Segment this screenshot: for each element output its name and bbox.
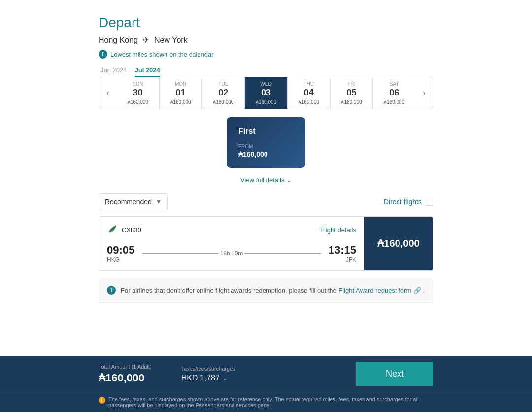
- flight-number: CX830: [122, 226, 141, 234]
- view-details-link[interactable]: View full details ⌄: [240, 176, 292, 184]
- cal-day-miles-0: ₳160,000: [119, 99, 157, 105]
- cal-day-miles-4: ₳160,000: [290, 99, 328, 105]
- cal-day-name-0: SUN: [119, 81, 157, 87]
- cal-day-miles-3: ₳160,000: [247, 99, 285, 105]
- line-left: [142, 253, 218, 254]
- flight-arrive: 13:15 JFK: [329, 244, 356, 263]
- calendar-next-button[interactable]: ›: [415, 77, 433, 109]
- calendar-day-5[interactable]: FRI 05 ₳160,000: [330, 77, 373, 109]
- bottom-amount-section: Total Amount (1 Adult) ₳160,000: [99, 364, 152, 372]
- cal-day-name-3: WED: [247, 81, 285, 87]
- bottom-miles: ₳160,000: [99, 372, 152, 372]
- class-card-container: First FROM ₳160,000: [99, 117, 433, 168]
- class-card-from-label: FROM: [238, 144, 294, 149]
- award-notice-text: For airlines that don't offer online fli…: [121, 286, 425, 296]
- cal-day-num-1: 01: [162, 88, 200, 98]
- flight-depart: 09:05 HKG: [107, 244, 134, 263]
- month-tab-jun[interactable]: Jun 2024: [100, 66, 127, 77]
- airline-icon: [107, 223, 118, 237]
- cal-day-name-5: FRI: [332, 81, 371, 87]
- route-bar: Hong Kong ✈ New York: [99, 35, 433, 45]
- route-to: New York: [154, 36, 188, 45]
- flight-details-link[interactable]: Flight details: [320, 226, 356, 234]
- route-from: Hong Kong: [99, 36, 138, 45]
- flight-duration: 16h 10m: [134, 250, 328, 257]
- sort-dropdown[interactable]: Recommended ▼: [99, 193, 168, 210]
- calendar-nav: ‹ SUN 30 ₳160,000 MON 01 ₳160,000 TUE 02…: [99, 77, 433, 109]
- bottom-bar: Total Amount (1 Adult) ₳160,000 Taxes/fe…: [0, 356, 532, 372]
- view-details-container: View full details ⌄: [99, 176, 433, 184]
- award-notice: i For airlines that don't offer online f…: [99, 279, 433, 303]
- info-notice-text: Lowest miles shown on the calendar: [110, 51, 214, 58]
- calendar-day-0[interactable]: SUN 30 ₳160,000: [117, 77, 159, 109]
- award-notice-info-icon: i: [107, 286, 116, 295]
- bottom-taxes-label: Taxes/fees/surcharges: [181, 366, 235, 372]
- plane-icon: ✈: [143, 35, 149, 45]
- bottom-taxes-section: Taxes/fees/surcharges HKD 1,787 ⌄: [181, 366, 235, 372]
- depart-time: 09:05: [107, 244, 134, 256]
- cal-day-num-3: 03: [247, 88, 285, 98]
- filter-bar: Recommended ▼ Direct flights: [99, 193, 433, 210]
- flight-header: CX830 Flight details: [107, 223, 356, 237]
- cal-day-name-4: THU: [290, 81, 328, 87]
- sort-dropdown-arrow-icon: ▼: [156, 198, 162, 205]
- cal-day-name-6: SAT: [375, 81, 413, 87]
- cal-day-miles-1: ₳160,000: [162, 99, 200, 105]
- cal-day-miles-6: ₳160,000: [375, 99, 413, 105]
- cal-day-num-2: 02: [204, 88, 242, 98]
- flight-main: CX830 Flight details 09:05 HKG 16h 10m: [99, 217, 364, 270]
- flight-price-box[interactable]: ₳160,000: [364, 217, 433, 270]
- month-tab-jul[interactable]: Jul 2024: [135, 66, 160, 77]
- direct-flights-checkbox[interactable]: [426, 198, 433, 206]
- arrive-airport: JFK: [329, 256, 356, 263]
- cal-day-num-4: 04: [290, 88, 328, 98]
- calendar-day-4[interactable]: THU 04 ₳160,000: [287, 77, 330, 109]
- cal-day-num-0: 30: [119, 88, 157, 98]
- award-notice-link[interactable]: Flight Award request form 🔗: [338, 287, 423, 294]
- next-button[interactable]: Next: [356, 362, 433, 372]
- cal-day-name-2: TUE: [204, 81, 242, 87]
- calendar-day-3[interactable]: WED 03 ₳160,000: [244, 77, 287, 109]
- calendar-day-6[interactable]: SAT 06 ₳160,000: [372, 77, 415, 109]
- airline-logo-area: CX830: [107, 223, 141, 237]
- sort-label: Recommended: [105, 198, 152, 206]
- flight-times: 09:05 HKG 16h 10m 13:15 JFK: [107, 244, 356, 263]
- bottom-amount-label: Total Amount (1 Adult): [99, 364, 152, 370]
- class-card-first[interactable]: First FROM ₳160,000: [227, 117, 305, 168]
- duration-line: 16h 10m: [142, 250, 320, 257]
- line-right: [245, 253, 320, 254]
- cal-day-num-6: 06: [375, 88, 413, 98]
- calendar-day-2[interactable]: TUE 02 ₳160,000: [201, 77, 244, 109]
- calendar-prev-button[interactable]: ‹: [99, 77, 117, 109]
- cal-day-num-5: 05: [332, 88, 371, 98]
- bottom-bar-main: Total Amount (1 Adult) ₳160,000 Taxes/fe…: [0, 356, 532, 372]
- info-notice: i Lowest miles shown on the calendar: [99, 50, 433, 59]
- info-icon: i: [99, 50, 107, 59]
- month-tabs: Jun 2024 Jul 2024: [99, 66, 433, 77]
- class-card-label: First: [238, 127, 294, 136]
- duration-text: 16h 10m: [220, 250, 243, 257]
- cal-day-miles-2: ₳160,000: [204, 99, 242, 105]
- flight-card[interactable]: CX830 Flight details 09:05 HKG 16h 10m: [99, 216, 433, 271]
- arrive-time: 13:15: [329, 244, 356, 256]
- class-card-price: ₳160,000: [238, 150, 294, 158]
- page-title: Depart: [99, 15, 433, 31]
- depart-airport: HKG: [107, 256, 134, 263]
- flight-price: ₳160,000: [377, 237, 419, 249]
- calendar-day-1[interactable]: MON 01 ₳160,000: [159, 77, 202, 109]
- cal-day-miles-5: ₳160,000: [332, 99, 371, 105]
- direct-flights-label: Direct flights: [384, 198, 422, 206]
- cal-day-name-1: MON: [162, 81, 200, 87]
- calendar-days: SUN 30 ₳160,000 MON 01 ₳160,000 TUE 02 ₳…: [117, 77, 415, 109]
- direct-flights-filter[interactable]: Direct flights: [384, 198, 433, 206]
